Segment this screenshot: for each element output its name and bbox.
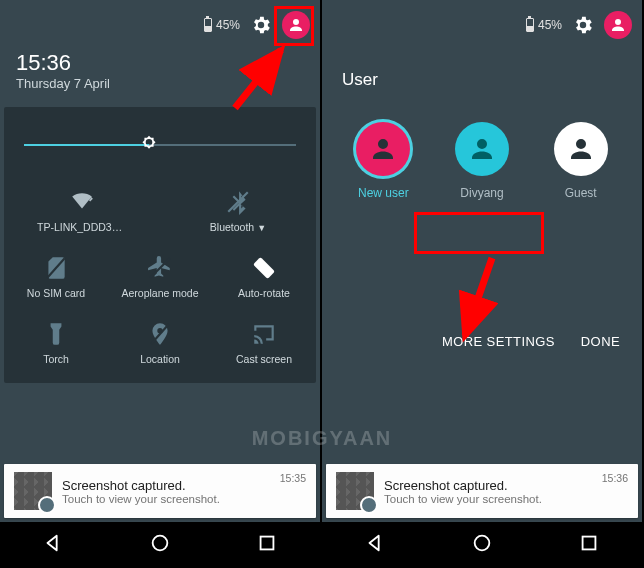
- user-switcher-button[interactable]: [604, 11, 632, 39]
- notification-card[interactable]: Screenshot captured. Touch to view your …: [326, 464, 638, 518]
- user-item-guest[interactable]: Guest: [554, 122, 608, 200]
- user-name: Guest: [565, 186, 597, 200]
- tile-wifi[interactable]: TP-LINK_DDD3E2▼: [4, 179, 160, 245]
- svg-point-7: [475, 536, 490, 551]
- nav-recent-button[interactable]: [256, 532, 278, 558]
- tile-airplane[interactable]: Aeroplane mode: [108, 245, 212, 311]
- settings-icon[interactable]: [250, 14, 272, 36]
- user-actions: MORE SETTINGS DONE: [322, 320, 642, 363]
- tile-cast-label: Cast screen: [236, 353, 292, 365]
- avatar-icon: [554, 122, 608, 176]
- brightness-icon: [138, 134, 160, 156]
- nav-home-button[interactable]: [471, 532, 493, 558]
- notification-card[interactable]: Screenshot captured. Touch to view your …: [4, 464, 316, 518]
- done-button[interactable]: DONE: [581, 334, 620, 349]
- clock-time: 15:36: [16, 50, 304, 76]
- tile-wifi-label: TP-LINK_DDD3E2: [37, 221, 125, 233]
- quick-settings-panel: TP-LINK_DDD3E2▼ Bluetooth▼ No SIM card A…: [4, 107, 316, 383]
- notification-time: 15:35: [280, 472, 306, 484]
- wifi-icon: [69, 189, 95, 215]
- status-bar: 45%: [0, 0, 320, 50]
- nav-home-button[interactable]: [149, 532, 171, 558]
- user-name: New user: [358, 186, 409, 200]
- tile-torch[interactable]: Torch: [4, 311, 108, 377]
- battery-icon: [526, 18, 534, 32]
- svg-rect-5: [260, 537, 273, 550]
- tile-sim[interactable]: No SIM card: [4, 245, 108, 311]
- battery-percent: 45%: [216, 18, 240, 32]
- battery-status: 45%: [204, 18, 240, 32]
- location-off-icon: [147, 321, 173, 347]
- notification-title: Screenshot captured.: [384, 478, 592, 493]
- settings-icon[interactable]: [572, 14, 594, 36]
- sim-off-icon: [43, 255, 69, 281]
- avatar-icon: [455, 122, 509, 176]
- nav-bar: [0, 522, 320, 568]
- avatar-icon: [356, 122, 410, 176]
- status-bar: 45%: [322, 0, 642, 50]
- tile-torch-label: Torch: [43, 353, 69, 365]
- battery-icon: [204, 18, 212, 32]
- tile-bluetooth[interactable]: Bluetooth▼: [160, 179, 316, 245]
- notification-subtitle: Touch to view your screenshot.: [62, 493, 270, 505]
- notification-time: 15:36: [602, 472, 628, 484]
- svg-rect-8: [582, 537, 595, 550]
- user-item-new[interactable]: New user: [356, 122, 410, 200]
- tile-bluetooth-label: Bluetooth: [210, 221, 254, 233]
- tile-autorotate[interactable]: Auto-rotate: [212, 245, 316, 311]
- cast-icon: [251, 321, 277, 347]
- torch-icon: [43, 321, 69, 347]
- screenshot-thumbnail-icon: [14, 472, 52, 510]
- nav-recent-button[interactable]: [578, 532, 600, 558]
- bluetooth-off-icon: [225, 189, 251, 215]
- battery-status: 45%: [526, 18, 562, 32]
- airplane-off-icon: [147, 255, 173, 281]
- annotation-highlight: [414, 212, 544, 254]
- user-name: Divyang: [460, 186, 503, 200]
- tile-autorotate-label: Auto-rotate: [238, 287, 290, 299]
- annotation-highlight: [274, 6, 314, 46]
- clock-block: 15:36 Thursday 7 April: [0, 50, 320, 103]
- user-item-divyang[interactable]: Divyang: [455, 122, 509, 200]
- clock-date: Thursday 7 April: [16, 76, 304, 91]
- screenshot-thumbnail-icon: [336, 472, 374, 510]
- user-panel-title: User: [322, 50, 642, 100]
- tile-location-label: Location: [140, 353, 180, 365]
- svg-point-4: [153, 536, 168, 551]
- brightness-slider[interactable]: [24, 127, 296, 163]
- user-list: New user Divyang Guest: [322, 100, 642, 210]
- nav-bar: [322, 522, 642, 568]
- battery-percent: 45%: [538, 18, 562, 32]
- autorotate-icon: [251, 255, 277, 281]
- screen-user-switcher: 45% User New user Divyang Guest MORE SET…: [322, 0, 642, 568]
- notification-subtitle: Touch to view your screenshot.: [384, 493, 592, 505]
- tile-airplane-label: Aeroplane mode: [121, 287, 198, 299]
- tile-cast[interactable]: Cast screen: [212, 311, 316, 377]
- nav-back-button[interactable]: [42, 532, 64, 558]
- more-settings-button[interactable]: MORE SETTINGS: [442, 334, 555, 349]
- notification-title: Screenshot captured.: [62, 478, 270, 493]
- tile-location[interactable]: Location: [108, 311, 212, 377]
- screen-quick-settings: 45% 15:36 Thursday 7 April TP-LINK_DDD3E…: [0, 0, 320, 568]
- chevron-down-icon: ▼: [257, 223, 266, 233]
- tile-sim-label: No SIM card: [27, 287, 85, 299]
- nav-back-button[interactable]: [364, 532, 386, 558]
